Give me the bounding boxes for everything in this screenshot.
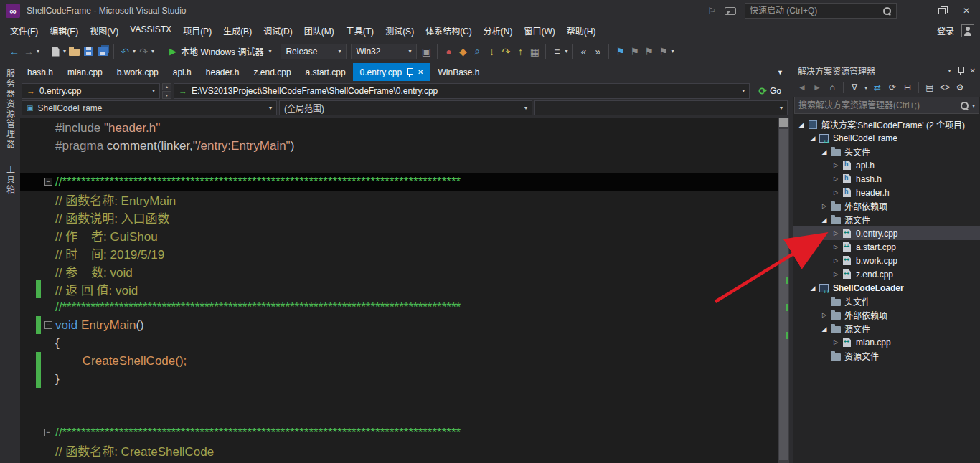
menu-item-3[interactable]: VASSISTX bbox=[124, 22, 177, 39]
code-editor[interactable]: #include "header.h"#pragma comment(linke… bbox=[20, 118, 789, 463]
code-line-5[interactable]: // 函数名称: EntryMain bbox=[20, 191, 778, 209]
redo-dropdown-icon[interactable]: ▾ bbox=[151, 48, 155, 54]
code-line-17[interactable] bbox=[20, 406, 778, 424]
menu-item-0[interactable]: 文件(F) bbox=[4, 22, 44, 39]
tree-item-5[interactable]: ▷header.h bbox=[793, 186, 980, 199]
collapsed-arrow-icon[interactable]: ▷ bbox=[831, 339, 841, 345]
sign-in-link[interactable]: 登录 bbox=[937, 24, 954, 37]
tree-item-17[interactable]: 资源文件 bbox=[793, 349, 980, 363]
nav-history-dropdown-icon[interactable]: ▾ bbox=[36, 48, 40, 54]
breakpoint-margin[interactable] bbox=[20, 424, 36, 441]
close-panel-icon[interactable]: ✕ bbox=[970, 67, 976, 75]
code-line-9[interactable]: // 参 数: void bbox=[20, 262, 778, 280]
menu-item-10[interactable]: 体系结构(C) bbox=[420, 22, 478, 39]
breakpoint-margin[interactable] bbox=[20, 280, 36, 298]
collapsed-arrow-icon[interactable]: ▷ bbox=[831, 176, 841, 182]
code-line-12[interactable]: −void EntryMain() bbox=[20, 316, 778, 334]
minimize-button[interactable]: ─ bbox=[905, 1, 930, 20]
breakpoint-margin[interactable] bbox=[20, 155, 36, 173]
navigate-list-dropdown-icon[interactable]: ▾ bbox=[564, 48, 568, 54]
fold-collapse-icon[interactable]: − bbox=[44, 178, 52, 186]
menu-item-9[interactable]: 测试(S) bbox=[380, 22, 420, 39]
menu-item-11[interactable]: 分析(N) bbox=[478, 22, 519, 39]
diagnostic-tools-icon[interactable]: ◆ bbox=[456, 44, 470, 59]
tab-z.end.cpp[interactable]: z.end.cpp bbox=[247, 63, 298, 81]
tab-b.work.cpp[interactable]: b.work.cpp bbox=[110, 63, 166, 81]
expanded-arrow-icon[interactable]: ◢ bbox=[819, 325, 829, 333]
editor-vertical-scrollbar[interactable] bbox=[778, 118, 789, 463]
code-line-4[interactable]: −//*************************************… bbox=[20, 173, 778, 191]
code-line-6[interactable]: // 函数说明: 入口函数 bbox=[20, 209, 778, 226]
expanded-arrow-icon[interactable]: ◢ bbox=[796, 121, 806, 128]
code-line-18[interactable]: −//*************************************… bbox=[20, 424, 778, 441]
back-icon[interactable]: ◄ bbox=[796, 80, 808, 95]
start-debug-button[interactable]: ▶本地 Windows 调试器▾ bbox=[164, 44, 277, 59]
memory-window-icon[interactable]: ▦ bbox=[527, 44, 542, 59]
home-icon[interactable]: ⌂ bbox=[826, 80, 838, 95]
tree-item-2[interactable]: ◢头文件 bbox=[793, 145, 980, 158]
va-go-button[interactable]: ⟳ Go bbox=[752, 83, 788, 99]
collapsed-arrow-icon[interactable]: ▷ bbox=[831, 189, 841, 196]
nav-forward-icon[interactable]: → bbox=[22, 44, 36, 59]
file-path-bar[interactable]: → E:\VS2013Project\ShellCodeFrame\ShellC… bbox=[174, 83, 750, 99]
pin-icon[interactable] bbox=[957, 66, 964, 76]
tree-item-4[interactable]: ▷hash.h bbox=[793, 172, 980, 186]
tree-item-7[interactable]: ◢源文件 bbox=[793, 213, 980, 226]
navigate-list-icon[interactable]: ≡ bbox=[550, 44, 564, 59]
scope-filter-icon-dropdown[interactable]: ▾ bbox=[864, 85, 868, 91]
indent-increase-icon[interactable]: » bbox=[590, 44, 605, 59]
wrench-icon[interactable]: ⚙ bbox=[954, 80, 966, 95]
breakpoint-margin[interactable] bbox=[20, 226, 36, 244]
window-position-icon[interactable]: ▾ bbox=[948, 67, 951, 74]
breakpoint-margin[interactable] bbox=[20, 370, 36, 388]
code-line-8[interactable]: // 时 间: 2019/5/19 bbox=[20, 244, 778, 262]
tab-api.h[interactable]: api.h bbox=[166, 63, 199, 81]
tree-item-1[interactable]: ◢ShellCodeFrame bbox=[793, 131, 980, 145]
quick-launch-search[interactable] bbox=[745, 3, 897, 19]
properties-icon[interactable]: ▤ bbox=[924, 80, 936, 95]
code-line-1[interactable]: #include "header.h" bbox=[20, 119, 778, 137]
quick-launch-input[interactable] bbox=[750, 6, 879, 16]
undo-icon[interactable]: ↶ bbox=[118, 44, 132, 59]
tree-item-10[interactable]: ▷b.work.cpp bbox=[793, 254, 980, 267]
tool-window-tab-1[interactable]: 工具箱 bbox=[4, 165, 17, 195]
code-line-20[interactable]: // 函数说明: 将ShellCode写到文件 bbox=[20, 459, 778, 463]
breakpoint-margin[interactable] bbox=[20, 209, 36, 226]
feedback-icon[interactable] bbox=[725, 7, 736, 15]
code-area[interactable]: #include "header.h"#pragma comment(linke… bbox=[20, 118, 778, 463]
fold-collapse-icon[interactable]: − bbox=[44, 321, 52, 329]
tree-item-3[interactable]: ▷api.h bbox=[793, 158, 980, 172]
step-into-icon[interactable]: ↓ bbox=[484, 44, 499, 59]
tab-hash.h[interactable]: hash.h bbox=[20, 63, 60, 81]
code-line-7[interactable]: // 作 者: GuiShou bbox=[20, 226, 778, 244]
breakpoint-margin[interactable] bbox=[20, 406, 36, 424]
menu-item-13[interactable]: 帮助(H) bbox=[561, 22, 602, 39]
tree-item-8[interactable]: ▷0.entry.cpp bbox=[793, 226, 980, 240]
collapsed-arrow-icon[interactable]: ▷ bbox=[831, 162, 841, 168]
breakpoint-margin[interactable] bbox=[20, 441, 36, 459]
code-line-11[interactable]: //**************************************… bbox=[20, 298, 778, 316]
tree-item-13[interactable]: 头文件 bbox=[793, 295, 980, 308]
sync-with-active-document-icon[interactable]: ⇄ bbox=[872, 80, 883, 95]
next-bookmark-icon[interactable]: ⚑ bbox=[641, 44, 656, 59]
tab-WinBase.h[interactable]: WinBase.h bbox=[430, 63, 486, 81]
fold-collapse-icon[interactable]: − bbox=[44, 429, 52, 436]
tab-a.start.cpp[interactable]: a.start.cpp bbox=[298, 63, 353, 81]
new-file-icon[interactable] bbox=[48, 44, 62, 59]
menu-item-1[interactable]: 编辑(E) bbox=[44, 22, 84, 39]
spinner-up-icon[interactable]: ▴ bbox=[162, 83, 171, 91]
refresh-icon[interactable]: ⟳ bbox=[887, 80, 898, 95]
tree-item-16[interactable]: ▷mian.cpp bbox=[793, 335, 980, 349]
step-over-icon[interactable]: ↷ bbox=[499, 44, 513, 59]
code-line-10[interactable]: // 返 回 值: void bbox=[20, 280, 778, 298]
redo-icon[interactable]: ↷ bbox=[136, 44, 151, 59]
open-file-icon[interactable] bbox=[67, 44, 81, 59]
save-all-icon[interactable] bbox=[95, 44, 110, 59]
collapsed-arrow-icon[interactable]: ▷ bbox=[819, 203, 829, 209]
menu-item-4[interactable]: 项目(P) bbox=[177, 22, 217, 39]
notifications-flag-icon[interactable]: ⚐ bbox=[707, 6, 716, 16]
collapsed-arrow-icon[interactable]: ▷ bbox=[831, 257, 841, 264]
breakpoints-window-icon[interactable]: ● bbox=[441, 44, 456, 59]
menu-item-8[interactable]: 工具(T) bbox=[340, 22, 380, 39]
menu-item-12[interactable]: 窗口(W) bbox=[518, 22, 560, 39]
